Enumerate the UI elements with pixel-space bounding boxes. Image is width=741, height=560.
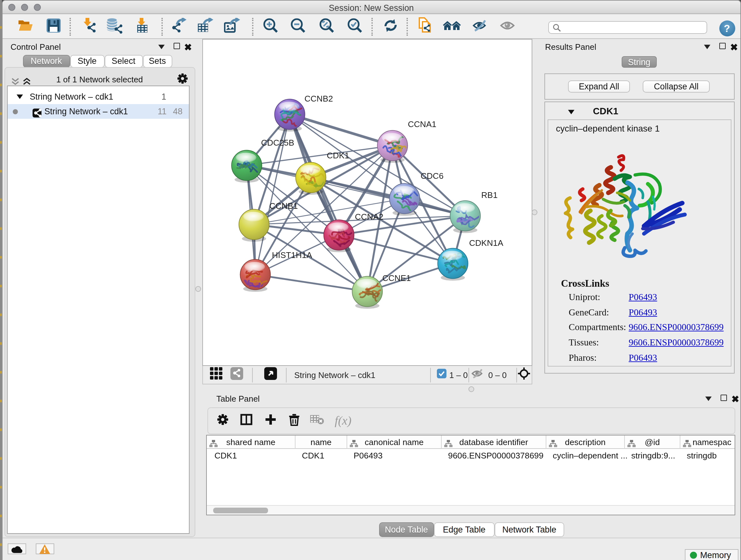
- svg-text:CCNA2: CCNA2: [355, 212, 383, 222]
- svg-text:RB1: RB1: [481, 190, 497, 200]
- svg-text:CCNB1: CCNB1: [269, 201, 298, 211]
- svg-text:CCNA1: CCNA1: [408, 119, 436, 129]
- svg-text:CCNB2: CCNB2: [305, 94, 333, 104]
- svg-text:HIST1H1A: HIST1H1A: [272, 250, 313, 260]
- svg-text:CDC6: CDC6: [421, 171, 444, 181]
- svg-text:CDKN1A: CDKN1A: [469, 238, 503, 248]
- svg-text:CDK1: CDK1: [327, 151, 349, 160]
- svg-text:CDC25B: CDC25B: [261, 138, 294, 147]
- svg-text:CCNE1: CCNE1: [382, 273, 411, 283]
